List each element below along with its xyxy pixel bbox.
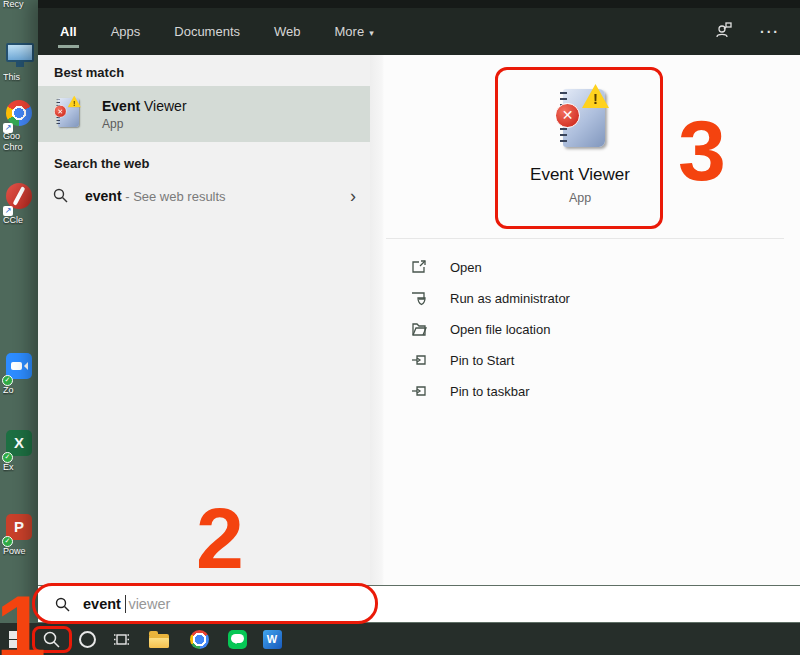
action-run-as-administrator[interactable]: Run as administrator — [410, 284, 570, 312]
folder-icon — [149, 634, 169, 648]
word-icon: W — [263, 630, 282, 649]
search-web-header: Search the web — [38, 142, 370, 177]
pin-to-taskbar-icon — [410, 382, 428, 400]
preview-app-title: Event Viewer — [495, 165, 665, 185]
event-viewer-icon: ✕ — [52, 97, 68, 114]
excel-icon[interactable]: X ✓ — [6, 430, 36, 460]
text-cursor — [125, 595, 127, 613]
divider — [386, 238, 784, 239]
start-button[interactable] — [2, 623, 32, 655]
tab-all[interactable]: All — [58, 10, 79, 53]
zoom-icon[interactable]: ✓ — [6, 353, 36, 383]
taskbar: W — [0, 623, 800, 655]
search-icon — [42, 630, 61, 649]
search-results-panel: Best match ✕ Event Viewer App Search the… — [38, 55, 370, 585]
open-icon — [410, 258, 428, 276]
tab-more[interactable]: More▾ — [333, 10, 376, 53]
preview-app-type: App — [495, 191, 665, 205]
run-as-administrator-icon — [410, 289, 428, 307]
user-account-icon[interactable] — [714, 20, 734, 43]
word-button[interactable]: W — [257, 623, 287, 655]
open-file-location-icon — [410, 320, 428, 338]
desktop-background: Recy This ↗ Goo Chro ↗ CCle ✓ Zo X ✓ Ex … — [0, 0, 38, 655]
action-pin-to-start[interactable]: Pin to Start — [410, 346, 514, 374]
search-suggestion-text: viewer — [128, 596, 170, 612]
action-open[interactable]: Open — [410, 253, 482, 281]
web-suggestion-text: event - See web results — [85, 188, 226, 204]
google-chrome-icon[interactable]: ↗ — [6, 100, 36, 130]
action-open-file-location[interactable]: Open file location — [410, 315, 550, 343]
best-match-result-event-viewer[interactable]: ✕ Event Viewer App — [38, 86, 370, 142]
tab-apps[interactable]: Apps — [109, 10, 143, 53]
chrome-button[interactable] — [184, 623, 214, 655]
result-title: Event Viewer — [102, 98, 187, 114]
powerpoint-icon[interactable]: P ✓ — [6, 514, 36, 544]
search-flyout: All Apps Documents Web More▾ ··· Best ma… — [38, 0, 800, 623]
best-match-header: Best match — [38, 55, 370, 86]
search-icon — [54, 596, 71, 613]
chevron-right-icon[interactable]: › — [350, 187, 356, 205]
tab-web[interactable]: Web — [272, 10, 303, 53]
this-pc-icon[interactable] — [6, 40, 36, 70]
task-view-button[interactable] — [106, 623, 136, 655]
search-input[interactable]: event viewer — [38, 585, 800, 623]
file-explorer-button[interactable] — [144, 623, 174, 655]
chrome-icon — [190, 630, 209, 649]
event-viewer-icon-large: ✕ — [551, 87, 609, 151]
ccleaner-icon[interactable]: ↗ — [6, 183, 36, 213]
search-icon — [52, 187, 69, 204]
action-pin-to-taskbar[interactable]: Pin to taskbar — [410, 377, 530, 405]
tab-documents[interactable]: Documents — [172, 10, 242, 53]
more-options-icon[interactable]: ··· — [760, 24, 780, 40]
taskbar-search-button[interactable] — [36, 623, 66, 655]
preview-panel: ✕ Event Viewer App Open Run as administr… — [370, 55, 800, 585]
flyout-top-strip — [38, 0, 800, 8]
app-preview-tile: ✕ Event Viewer App — [495, 67, 665, 229]
web-search-suggestion[interactable]: event - See web results › — [38, 177, 370, 214]
result-type: App — [102, 117, 187, 131]
pin-to-start-icon — [410, 351, 428, 369]
cortana-button[interactable] — [72, 623, 102, 655]
search-filter-bar: All Apps Documents Web More▾ ··· — [38, 8, 800, 55]
chevron-down-icon: ▾ — [369, 28, 374, 38]
line-button[interactable] — [222, 623, 252, 655]
search-typed-text: event — [83, 596, 121, 612]
line-icon — [228, 630, 247, 649]
